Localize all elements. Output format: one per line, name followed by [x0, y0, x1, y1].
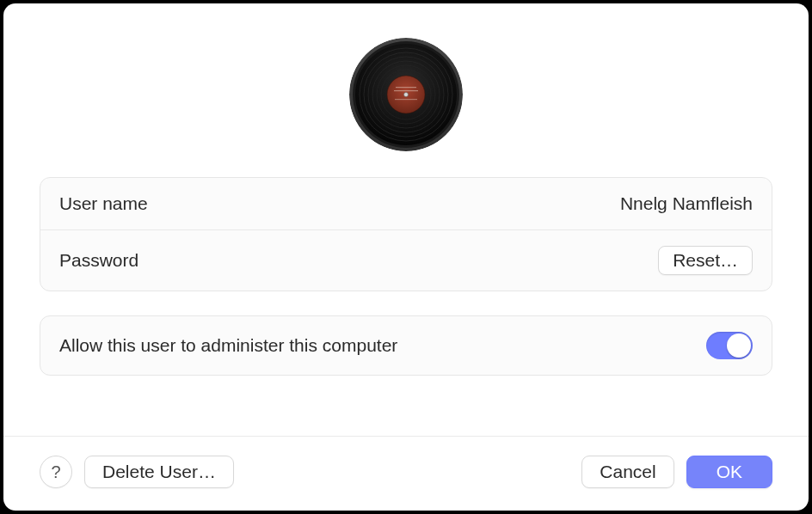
svg-rect-11 — [396, 87, 416, 88]
ok-button[interactable]: OK — [686, 456, 772, 488]
user-avatar[interactable] — [349, 38, 463, 151]
admin-label: Allow this user to administer this compu… — [59, 335, 397, 356]
toggle-knob — [727, 333, 751, 358]
username-label: User name — [59, 193, 148, 214]
admin-section: Allow this user to administer this compu… — [40, 315, 772, 376]
username-value: Nnelg Namfleish — [620, 193, 753, 214]
user-settings-dialog: User name Nnelg Namfleish Password Reset… — [3, 3, 809, 511]
password-row: Password Reset… — [40, 229, 772, 291]
svg-rect-12 — [394, 90, 418, 91]
cancel-button[interactable]: Cancel — [581, 456, 674, 488]
user-info-section: User name Nnelg Namfleish Password Reset… — [40, 177, 772, 291]
admin-row: Allow this user to administer this compu… — [40, 316, 772, 375]
help-button[interactable]: ? — [40, 456, 72, 488]
admin-toggle[interactable] — [706, 332, 753, 359]
username-row: User name Nnelg Namfleish — [40, 178, 772, 229]
help-icon: ? — [51, 462, 60, 482]
vinyl-record-icon — [349, 38, 463, 151]
password-label: Password — [59, 250, 138, 271]
svg-rect-13 — [395, 99, 417, 100]
dialog-content: User name Nnelg Namfleish Password Reset… — [3, 3, 809, 436]
dialog-footer: ? Delete User… Cancel OK — [3, 436, 809, 511]
reset-password-button[interactable]: Reset… — [658, 246, 753, 275]
delete-user-button[interactable]: Delete User… — [84, 456, 234, 488]
